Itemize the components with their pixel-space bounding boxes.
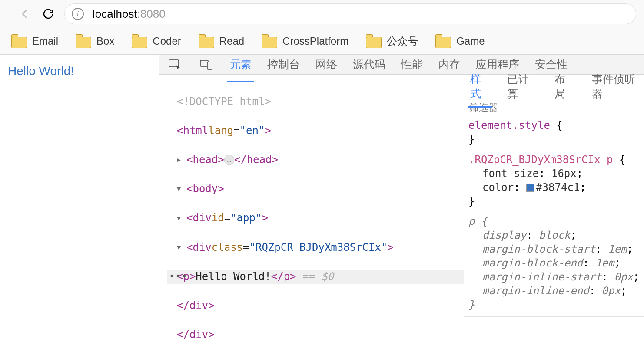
url-port: :8080 bbox=[137, 7, 166, 20]
ellipsis-badge[interactable]: … bbox=[224, 155, 234, 165]
hello-text: Hello World! bbox=[8, 64, 151, 78]
bookmark-folder[interactable]: 公众号 bbox=[366, 34, 418, 48]
back-icon[interactable] bbox=[17, 7, 32, 21]
filter-input[interactable] bbox=[469, 102, 644, 113]
rendered-page: Hello World! bbox=[0, 55, 159, 342]
bookmark-folder[interactable]: Read bbox=[199, 35, 244, 47]
tab-memory[interactable]: 内存 bbox=[437, 55, 462, 74]
bookmark-folder[interactable]: Coder bbox=[132, 35, 181, 47]
styles-tab-layout[interactable]: 布局 bbox=[554, 70, 576, 102]
dom-line[interactable]: ▶<head>…</head> bbox=[167, 153, 464, 168]
dom-line[interactable]: <!DOCTYPE html> bbox=[167, 95, 464, 109]
color-swatch[interactable] bbox=[526, 184, 534, 192]
dom-line-selected[interactable]: ••• <p>Hello World!</p> == $0 bbox=[167, 270, 464, 284]
tab-sources[interactable]: 源代码 bbox=[351, 55, 387, 74]
folder-icon bbox=[435, 35, 450, 47]
reload-icon[interactable] bbox=[41, 7, 56, 21]
site-info-icon[interactable]: i bbox=[72, 8, 84, 20]
styles-tab-styles[interactable]: 样式 bbox=[469, 70, 491, 102]
dom-tree[interactable]: <!DOCTYPE html> <html lang="en"> ▶<head>… bbox=[159, 75, 464, 342]
dom-line[interactable]: </div> bbox=[167, 299, 464, 313]
tab-performance[interactable]: 性能 bbox=[399, 55, 425, 74]
gutter-dots: ••• bbox=[169, 270, 188, 283]
url-host: localhost bbox=[93, 7, 137, 20]
device-toolbar-icon[interactable] bbox=[197, 55, 216, 74]
folder-icon bbox=[366, 35, 381, 47]
svg-rect-2 bbox=[207, 62, 212, 69]
address-bar[interactable]: i localhost:8080 bbox=[64, 3, 636, 24]
select-element-icon[interactable] bbox=[166, 55, 185, 74]
tab-elements[interactable]: 元素 bbox=[228, 55, 253, 74]
style-rule-class[interactable]: .RQZpCR_BJDyXm38SrCIx p { font-size: 16p… bbox=[464, 151, 644, 214]
browser-toolbar: i localhost:8080 bbox=[0, 0, 644, 28]
bookmark-folder[interactable]: CrossPlatform bbox=[262, 35, 349, 47]
styles-panel: 样式 已计算 布局 事件侦听器 element.style { } bbox=[464, 75, 644, 342]
folder-icon bbox=[76, 35, 90, 47]
dom-line[interactable]: ▼<div id="app"> bbox=[167, 211, 464, 226]
folder-icon bbox=[11, 35, 26, 47]
styles-tab-computed[interactable]: 已计算 bbox=[506, 70, 539, 102]
folder-icon bbox=[132, 35, 146, 47]
bookmarks-bar: Email Box Coder Read CrossPlatform 公众号 G… bbox=[0, 28, 644, 55]
bookmark-folder[interactable]: Box bbox=[76, 35, 114, 47]
tab-network[interactable]: 网络 bbox=[314, 55, 339, 74]
style-rule-element[interactable]: element.style { } bbox=[464, 117, 644, 151]
bookmark-folder[interactable]: Game bbox=[435, 35, 485, 47]
dom-line[interactable]: ▼<div class="RQZpCR_BJDyXm38SrCIx"> bbox=[167, 240, 464, 255]
devtools: 元素 控制台 网络 源代码 性能 内存 应用程序 安全性 <!DOCTYPE h… bbox=[159, 55, 644, 342]
folder-icon bbox=[262, 35, 276, 47]
styles-tab-events[interactable]: 事件侦听器 bbox=[591, 70, 644, 102]
dom-line[interactable]: <html lang="en"> bbox=[167, 124, 464, 138]
tab-console[interactable]: 控制台 bbox=[266, 55, 302, 74]
bookmark-folder[interactable]: Email bbox=[11, 35, 58, 47]
dom-line[interactable]: </div> bbox=[167, 328, 464, 342]
dom-line[interactable]: ▼<body> bbox=[167, 182, 464, 197]
folder-icon bbox=[199, 35, 213, 47]
style-rule-ua[interactable]: p { display: block; margin-block-start: … bbox=[464, 213, 644, 316]
